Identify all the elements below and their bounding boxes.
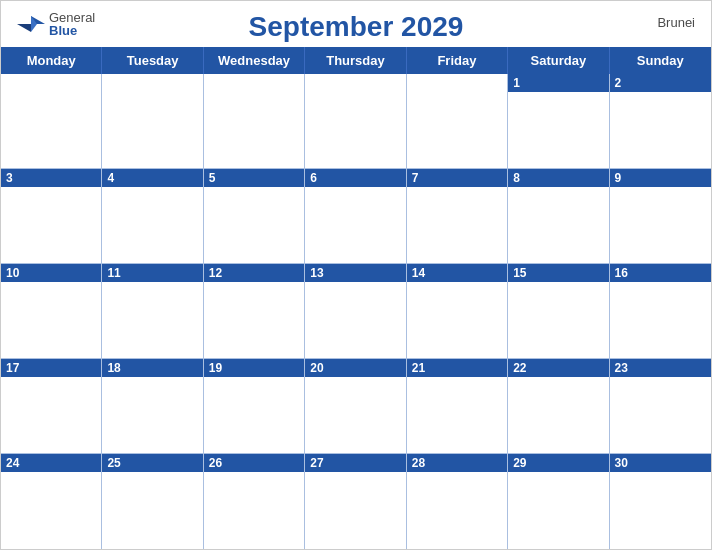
date-number: 16 <box>615 266 706 280</box>
date-number: 12 <box>209 266 299 280</box>
date-number: 18 <box>107 361 197 375</box>
logo: General Blue <box>17 11 95 37</box>
date-number: 7 <box>412 171 502 185</box>
calendar-cell <box>204 74 305 169</box>
calendar-cell[interactable]: 10 <box>1 264 102 359</box>
day-header-tuesday: Tuesday <box>102 47 203 74</box>
calendar-cell[interactable]: 25 <box>102 454 203 549</box>
calendar-cell[interactable]: 1 <box>508 74 609 169</box>
calendar-grid: 1234567891011121314151617181920212223242… <box>1 74 711 549</box>
country-label: Brunei <box>657 15 695 30</box>
date-number: 2 <box>615 76 706 90</box>
calendar-cell[interactable]: 11 <box>102 264 203 359</box>
date-number: 3 <box>6 171 96 185</box>
day-header-thursday: Thursday <box>305 47 406 74</box>
calendar-cell[interactable]: 9 <box>610 169 711 264</box>
calendar-cell[interactable]: 27 <box>305 454 406 549</box>
day-header-monday: Monday <box>1 47 102 74</box>
svg-marker-1 <box>17 24 31 32</box>
calendar-cell[interactable]: 6 <box>305 169 406 264</box>
calendar-cell[interactable]: 26 <box>204 454 305 549</box>
date-number: 11 <box>107 266 197 280</box>
date-number: 19 <box>209 361 299 375</box>
date-number: 26 <box>209 456 299 470</box>
calendar-cell[interactable]: 23 <box>610 359 711 454</box>
date-number: 29 <box>513 456 603 470</box>
calendar-cell <box>305 74 406 169</box>
calendar-cell[interactable]: 3 <box>1 169 102 264</box>
calendar-cell[interactable]: 2 <box>610 74 711 169</box>
date-number: 28 <box>412 456 502 470</box>
calendar-cell[interactable]: 4 <box>102 169 203 264</box>
logo-bird-icon <box>17 14 45 34</box>
calendar-cell[interactable]: 14 <box>407 264 508 359</box>
logo-blue: Blue <box>49 24 95 37</box>
logo-words: General Blue <box>49 11 95 37</box>
calendar-cell <box>1 74 102 169</box>
date-number: 8 <box>513 171 603 185</box>
date-number: 10 <box>6 266 96 280</box>
date-number: 30 <box>615 456 706 470</box>
calendar-cell[interactable]: 22 <box>508 359 609 454</box>
calendar-title: September 2029 <box>249 11 464 43</box>
calendar-cell[interactable]: 17 <box>1 359 102 454</box>
date-number: 24 <box>6 456 96 470</box>
date-number: 6 <box>310 171 400 185</box>
calendar-cell[interactable]: 29 <box>508 454 609 549</box>
calendar-cell[interactable]: 18 <box>102 359 203 454</box>
date-number: 9 <box>615 171 706 185</box>
date-number: 5 <box>209 171 299 185</box>
day-header-friday: Friday <box>407 47 508 74</box>
day-headers-row: Monday Tuesday Wednesday Thursday Friday… <box>1 47 711 74</box>
date-number: 13 <box>310 266 400 280</box>
calendar-cell[interactable]: 15 <box>508 264 609 359</box>
calendar-cell[interactable]: 30 <box>610 454 711 549</box>
day-header-saturday: Saturday <box>508 47 609 74</box>
calendar-cell[interactable]: 5 <box>204 169 305 264</box>
calendar-cell[interactable]: 19 <box>204 359 305 454</box>
calendar-cell[interactable]: 13 <box>305 264 406 359</box>
date-number: 25 <box>107 456 197 470</box>
day-header-wednesday: Wednesday <box>204 47 305 74</box>
date-number: 4 <box>107 171 197 185</box>
calendar-cell[interactable]: 7 <box>407 169 508 264</box>
calendar-cell[interactable]: 16 <box>610 264 711 359</box>
calendar-cell <box>102 74 203 169</box>
date-number: 20 <box>310 361 400 375</box>
calendar-cell[interactable]: 8 <box>508 169 609 264</box>
calendar-header: General Blue September 2029 Brunei <box>1 1 711 47</box>
date-number: 17 <box>6 361 96 375</box>
calendar-cell[interactable]: 20 <box>305 359 406 454</box>
date-number: 21 <box>412 361 502 375</box>
date-number: 27 <box>310 456 400 470</box>
date-number: 23 <box>615 361 706 375</box>
calendar-cell[interactable]: 24 <box>1 454 102 549</box>
date-number: 14 <box>412 266 502 280</box>
date-number: 15 <box>513 266 603 280</box>
date-number: 22 <box>513 361 603 375</box>
day-header-sunday: Sunday <box>610 47 711 74</box>
date-number: 1 <box>513 76 603 90</box>
calendar-cell <box>407 74 508 169</box>
calendar: General Blue September 2029 Brunei Monda… <box>0 0 712 550</box>
calendar-cell[interactable]: 21 <box>407 359 508 454</box>
calendar-cell[interactable]: 28 <box>407 454 508 549</box>
calendar-cell[interactable]: 12 <box>204 264 305 359</box>
